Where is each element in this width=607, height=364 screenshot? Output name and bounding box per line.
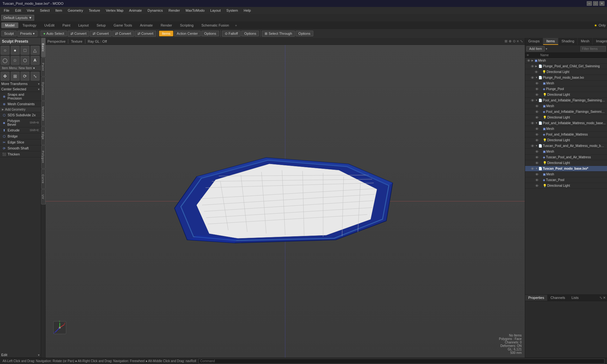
menu-system[interactable]: System bbox=[224, 8, 241, 13]
minimize-button[interactable]: ─ bbox=[587, 1, 592, 6]
menu-dynamics[interactable]: Dynamics bbox=[145, 8, 165, 13]
menu-edit[interactable]: Edit bbox=[13, 8, 24, 13]
falloff-button[interactable]: ⊙ Falloff bbox=[222, 31, 241, 37]
item-row-mesh-sub5[interactable]: 👁 ▣ Mesh bbox=[525, 172, 607, 177]
mesh-constraints-item[interactable]: ⊛ Mesh Constraints bbox=[0, 101, 41, 107]
vp-expand-icon[interactable]: ⤡ bbox=[520, 39, 523, 43]
command-input[interactable] bbox=[199, 359, 604, 364]
center-selected-arrow[interactable]: ▾ bbox=[38, 88, 40, 91]
item-row-mesh-sub4[interactable]: 👁 ▣ Mesh bbox=[525, 149, 607, 155]
rp-tab-items[interactable]: Items bbox=[543, 38, 558, 45]
item-row-airmattress-item[interactable]: 👁 ◈ Tuscan_Pool_and_Air_Mattress bbox=[525, 155, 607, 160]
item-row-light-6[interactable]: 👁 💡 Directional Light bbox=[525, 183, 607, 189]
extrude-item[interactable]: ⬆ Extrude Shift+E bbox=[0, 127, 41, 133]
thicken-item[interactable]: ⬛ Thicken bbox=[0, 151, 41, 157]
tool-text-icon[interactable]: A bbox=[31, 56, 40, 65]
tool-ring-icon[interactable]: ◯ bbox=[1, 56, 9, 65]
tool-dot-icon[interactable]: ● bbox=[11, 46, 20, 55]
item-row-light-1[interactable]: 👁 💡 Directional Light bbox=[525, 69, 607, 75]
item-row-plunge-child[interactable]: 👁 ▶ 📄 Plunge_Pool_and_Child_Girl_Swimmin… bbox=[525, 64, 607, 69]
item-row-plunge-base[interactable]: 👁 ▼ 📄 Plunge_Pool_modo_base.lxo bbox=[525, 75, 607, 81]
vp-zoom-icon[interactable]: ⊕ bbox=[509, 39, 512, 43]
menu-layout[interactable]: Layout bbox=[208, 8, 223, 13]
item-row-airmattress-base[interactable]: 👁 ▼ 📄 Tuscan_Pool_and_Air_Mattress_modo_… bbox=[525, 143, 607, 149]
side-tab-curve[interactable]: Curve bbox=[41, 169, 46, 189]
add-tab-button[interactable]: ＋ bbox=[234, 23, 238, 28]
item-row-flamingo[interactable]: 👁 ▼ 📄 Pool_and_Inflatable_Flamingo_Swimm… bbox=[525, 98, 607, 103]
item-row-light-4[interactable]: 👁 💡 Directional Light bbox=[525, 137, 607, 143]
rpb-close-icon[interactable]: ✕ bbox=[603, 296, 606, 300]
vp-fit-icon[interactable]: ⊞ bbox=[505, 39, 507, 43]
add-geometry-section[interactable]: ▶ Add Geometry bbox=[0, 107, 41, 112]
tool-square-icon[interactable]: □ bbox=[21, 46, 29, 55]
options-button-1[interactable]: Options bbox=[201, 31, 219, 36]
tab-gametools[interactable]: Game Tools bbox=[110, 22, 136, 28]
tab-paint[interactable]: Paint bbox=[58, 22, 74, 28]
snaps-precision-item[interactable]: ⊕ Snaps and Precision bbox=[0, 92, 41, 101]
tab-setup[interactable]: Setup bbox=[93, 22, 110, 28]
item-row-mattress-item[interactable]: 👁 ◈ Pool_and_Inflatable_Mattress bbox=[525, 132, 607, 137]
menu-animate[interactable]: Animate bbox=[126, 8, 144, 13]
menu-texture[interactable]: Texture bbox=[86, 8, 103, 13]
tool-rotate-icon[interactable]: ⟳ bbox=[21, 72, 29, 81]
item-row-mattress-base[interactable]: 👁 ▼ 📄 Pool_and_Inflatable_Mattress_modo_… bbox=[525, 120, 607, 126]
filter-items-input[interactable] bbox=[580, 46, 606, 52]
tool-star-icon[interactable]: ☆ bbox=[11, 56, 20, 65]
tool-scale-icon[interactable]: ⤡ bbox=[31, 72, 40, 81]
sculpt-button[interactable]: Sculpt bbox=[1, 31, 17, 36]
sds-subdivide-item[interactable]: ⬡ SDS Subdivide 2x bbox=[0, 112, 41, 118]
convert-button-1[interactable]: ⇄ Convert bbox=[68, 31, 89, 37]
item-row-light-3[interactable]: 👁 💡 Directional Light bbox=[525, 115, 607, 120]
rp-tab-groups[interactable]: Groups bbox=[525, 38, 543, 45]
menu-file[interactable]: File bbox=[1, 8, 12, 13]
item-row-tuscan-pool[interactable]: 👁 ◈ Tuscan_Pool bbox=[525, 177, 607, 183]
maximize-button[interactable]: □ bbox=[593, 1, 598, 6]
action-center-button[interactable]: Action Center bbox=[174, 31, 201, 36]
item-row-mesh-top[interactable]: 👁 ▶ ▣ Mesh bbox=[525, 58, 607, 64]
side-tab-dynamic[interactable]: Dynamic bbox=[41, 77, 46, 101]
more-transforms-arrow[interactable]: ▾ bbox=[38, 82, 40, 86]
vp-camera-icon[interactable]: ⊙ bbox=[513, 39, 516, 43]
rp-tab-images[interactable]: Images bbox=[593, 38, 607, 45]
rpb-tab-lists[interactable]: Lists bbox=[568, 295, 582, 301]
tab-uvedit[interactable]: UvEdit bbox=[40, 22, 58, 28]
tool-grid-icon[interactable]: ⊞ bbox=[11, 72, 20, 81]
options-button-3[interactable]: Options bbox=[296, 31, 313, 36]
items-button[interactable]: Items bbox=[159, 31, 173, 36]
rpb-tab-channels[interactable]: Channels bbox=[547, 295, 568, 301]
edit-arrow[interactable]: ▾ bbox=[38, 353, 40, 357]
close-button[interactable]: ✕ bbox=[599, 1, 604, 6]
side-tab-uv[interactable]: UV bbox=[41, 189, 46, 205]
tab-schematic[interactable]: Schematic Fusion bbox=[198, 22, 233, 28]
rp-tab-shading[interactable]: Shading bbox=[558, 38, 578, 45]
tab-model[interactable]: Model bbox=[1, 22, 18, 28]
menu-item[interactable]: Item bbox=[53, 8, 64, 13]
options-button-2[interactable]: Options bbox=[241, 31, 259, 36]
menu-geometry[interactable]: Geometry bbox=[65, 8, 85, 13]
menu-help[interactable]: Help bbox=[241, 8, 254, 13]
tool-hex-icon[interactable]: ⬡ bbox=[21, 56, 29, 65]
item-row-mesh-sub1[interactable]: 👁 ▣ Mesh bbox=[525, 81, 607, 86]
bridge-item[interactable]: ⬡ Bridge bbox=[0, 133, 41, 139]
tab-render[interactable]: Render bbox=[157, 22, 176, 28]
item-row-mesh-sub3[interactable]: 👁 ▣ Mesh bbox=[525, 126, 607, 132]
vp-settings-icon[interactable]: ≡ bbox=[517, 39, 519, 43]
side-tab-polygon[interactable]: Polygon bbox=[41, 145, 46, 169]
rp-tab-mesh[interactable]: Mesh bbox=[578, 38, 593, 45]
side-tab-meshedit[interactable]: MeshEdit bbox=[41, 101, 46, 126]
viewport-canvas[interactable]: X Z Y No Items Polygons : Face Channels:… bbox=[46, 45, 525, 358]
add-item-button[interactable]: Add Item bbox=[526, 46, 545, 52]
item-row-light-5[interactable]: 👁 💡 Directional Light bbox=[525, 160, 607, 166]
side-tab-basic[interactable]: Basic bbox=[41, 38, 46, 57]
autoselect-button[interactable]: ● Auto Select bbox=[40, 31, 67, 36]
menu-select[interactable]: Select bbox=[37, 8, 52, 13]
item-row-flamingo-item[interactable]: 👁 ◈ Pool_and_Inflatable_Flamingo_Swimmin… bbox=[525, 109, 607, 115]
smooth-shaft-item[interactable]: ⟳ Smooth Shaft bbox=[0, 145, 41, 151]
side-tab-edge[interactable]: Edge bbox=[41, 126, 46, 145]
tool-move-icon[interactable]: ✥ bbox=[1, 72, 9, 81]
convert-button-2[interactable]: ⇄ Convert bbox=[90, 31, 112, 37]
item-row-plunge-pool[interactable]: 👁 ◈ Plunge_Pool bbox=[525, 86, 607, 92]
item-row-light-2[interactable]: 👁 💡 Directional Light bbox=[525, 92, 607, 98]
menu-render[interactable]: Render bbox=[166, 8, 182, 13]
rpb-expand-icon[interactable]: ⤡ bbox=[599, 296, 602, 300]
